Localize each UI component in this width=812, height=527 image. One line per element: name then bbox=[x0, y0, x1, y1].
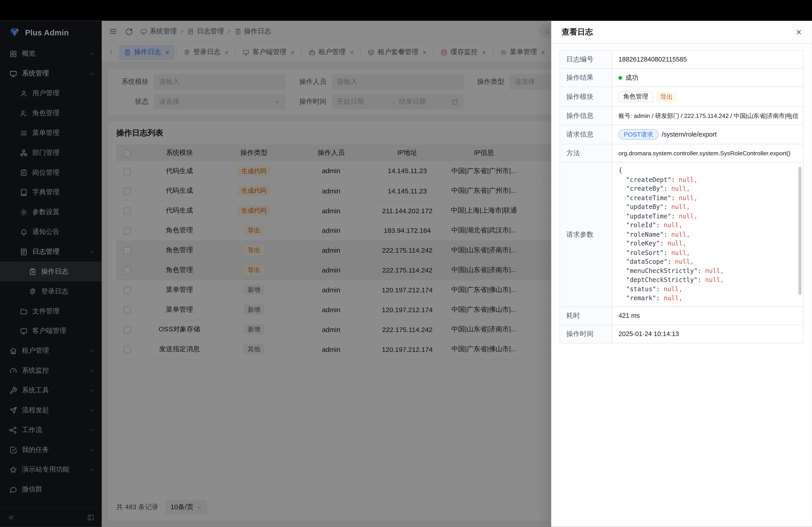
close-icon[interactable]: × bbox=[796, 27, 801, 37]
row-module: 操作模块 角色管理 导出 bbox=[560, 87, 803, 107]
duration-value: 421 ms bbox=[612, 307, 803, 325]
method-value: org.dromara.system.controller.system.Sys… bbox=[612, 144, 803, 162]
code-line: { bbox=[619, 166, 802, 175]
info-value: 账号: admin / 研发部门 / 222.175.114.242 / 中国|… bbox=[612, 107, 803, 125]
request-value: POST请求 /system/role/export bbox=[612, 125, 803, 144]
result-text: 成功 bbox=[625, 73, 638, 82]
code-line: "createDept": null, bbox=[619, 175, 802, 184]
request-label: 请求信息 bbox=[560, 125, 612, 144]
drawer-header: 查看日志 × bbox=[551, 21, 812, 44]
code-line: "updateTime": null, bbox=[619, 212, 802, 221]
request-params-code: { "createDept": null, "createBy": null, … bbox=[619, 166, 802, 303]
module-label: 操作模块 bbox=[560, 87, 612, 106]
row-request: 请求信息 POST请求 /system/role/export bbox=[560, 125, 803, 145]
result-value: 成功 bbox=[612, 69, 803, 87]
params-value: { "createDept": null, "createBy": null, … bbox=[612, 163, 803, 306]
time-label: 操作时间 bbox=[560, 325, 612, 343]
row-info: 操作信息 账号: admin / 研发部门 / 222.175.114.242 … bbox=[560, 107, 803, 125]
code-line: "roleKey": null, bbox=[619, 239, 802, 248]
code-line: "createBy": null, bbox=[619, 184, 802, 193]
log-id-label: 日志编号 bbox=[560, 50, 612, 68]
view-log-drawer: 查看日志 × 日志编号 1882612840802115585 操作结果 成功 bbox=[551, 21, 812, 527]
row-log-id: 日志编号 1882612840802115585 bbox=[560, 50, 803, 69]
code-line: "roleId": null, bbox=[619, 221, 802, 230]
app-window: Plus Admin 概览系统管理用户管理角色管理菜单管理部门管理岗位管理字典管… bbox=[0, 21, 812, 527]
info-label: 操作信息 bbox=[560, 107, 612, 125]
module-value: 角色管理 导出 bbox=[612, 87, 803, 106]
row-result: 操作结果 成功 bbox=[560, 69, 803, 87]
code-line: "remark": null, bbox=[619, 294, 802, 303]
request-url: /system/role/export bbox=[662, 131, 716, 138]
row-params: 请求参数 { "createDept": null, "createBy": n… bbox=[560, 163, 803, 307]
post-request-badge: POST请求 bbox=[619, 129, 658, 139]
params-label: 请求参数 bbox=[560, 163, 612, 306]
drawer-title: 查看日志 bbox=[562, 27, 593, 37]
result-label: 操作结果 bbox=[560, 69, 612, 87]
log-id-value: 1882612840802115585 bbox=[612, 50, 803, 68]
code-line: "createTime": null, bbox=[619, 194, 802, 202]
code-line: "roleSort": null, bbox=[619, 249, 802, 257]
code-line: "roleName": null, bbox=[619, 230, 802, 239]
time-value: 2025-01-24 10:14:13 bbox=[612, 325, 803, 343]
method-label: 方法 bbox=[560, 144, 612, 162]
viewport: Plus Admin 概览系统管理用户管理角色管理菜单管理部门管理岗位管理字典管… bbox=[0, 0, 812, 527]
code-line: "menuCheckStrictly": null, bbox=[619, 267, 802, 276]
code-line: "deptCheckStrictly": null, bbox=[619, 276, 802, 285]
code-line: "dataScope": null, bbox=[619, 257, 802, 267]
drawer-body: 日志编号 1882612840802115585 操作结果 成功 操作模块 bbox=[551, 44, 812, 527]
code-line: "status": null, bbox=[619, 285, 802, 294]
log-detail-table: 日志编号 1882612840802115585 操作结果 成功 操作模块 bbox=[560, 50, 804, 344]
row-time: 操作时间 2025-01-24 10:14:13 bbox=[560, 325, 803, 343]
row-duration: 耗时 421 ms bbox=[560, 307, 803, 325]
code-scrollbar-thumb[interactable] bbox=[798, 167, 802, 295]
row-method: 方法 org.dromara.system.controller.system.… bbox=[560, 144, 803, 163]
success-dot-icon bbox=[619, 76, 622, 79]
action-tag: 导出 bbox=[656, 91, 677, 102]
code-line: "updateBy": null, bbox=[619, 202, 802, 212]
duration-label: 耗时 bbox=[560, 307, 612, 325]
module-tag: 角色管理 bbox=[619, 91, 653, 102]
